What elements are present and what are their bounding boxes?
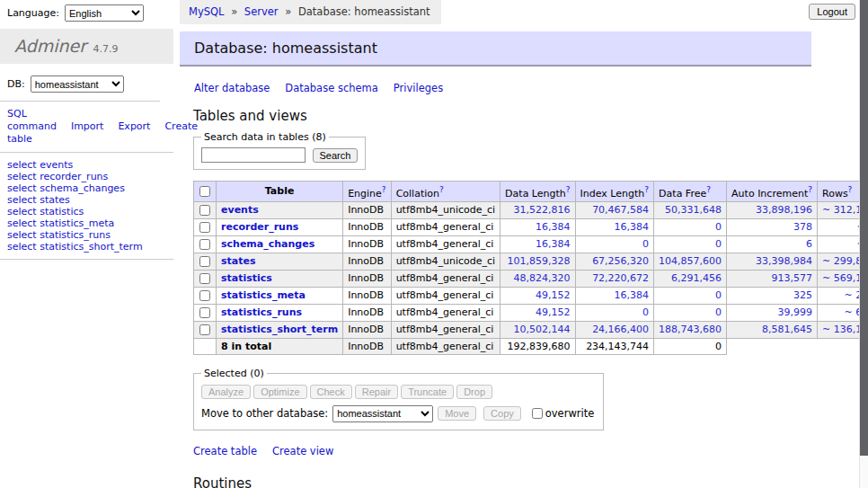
optimize-button[interactable]: Optimize — [253, 385, 306, 399]
sidebar-select-link-0[interactable]: select events — [7, 159, 166, 171]
table-name-link[interactable]: events — [221, 204, 259, 216]
analyze-button[interactable]: Analyze — [201, 385, 251, 399]
row-checkbox-cell — [194, 201, 217, 218]
column-help-link[interactable]: ? — [644, 185, 649, 194]
table-name-link[interactable]: statistics_runs — [221, 306, 302, 318]
cell-auto-increment: 33,898,196 — [727, 201, 818, 218]
check-button[interactable]: Check — [310, 385, 352, 399]
sidebar-select-link-6[interactable]: select statistics_runs — [7, 229, 166, 241]
language-row: Language: English — [7, 4, 144, 22]
row-checkbox-cell — [194, 235, 217, 253]
search-button[interactable]: Search — [313, 148, 359, 163]
search-input[interactable] — [201, 147, 306, 163]
cell-collation: utf8mb4_general_ci — [391, 218, 500, 235]
cell-engine: InnoDB — [343, 235, 391, 253]
row-checkbox[interactable] — [199, 273, 210, 284]
db-select[interactable]: homeassistant — [31, 75, 124, 93]
main-content: MySQL » Server » Database: homeassistant… — [180, 0, 818, 488]
row-checkbox[interactable] — [199, 324, 210, 335]
create-link-1[interactable]: Create view — [272, 445, 333, 457]
overview-table-body: eventsInnoDButf8mb4_unicode_ci31,522,816… — [194, 201, 868, 354]
column-help-link[interactable]: ? — [566, 185, 571, 194]
create-link-0[interactable]: Create table — [193, 445, 257, 457]
sidebar-select-link-3[interactable]: select states — [7, 194, 166, 206]
nav-link-2[interactable]: Privileges — [394, 82, 443, 94]
table-name-link[interactable]: recorder_runs — [221, 221, 298, 233]
cell-index-length: 72,220,672 — [575, 270, 654, 287]
language-select[interactable]: English — [65, 4, 144, 22]
sidebar-select-link-7[interactable]: select statistics_short_term — [7, 241, 166, 253]
search-fieldset: Search data in tables (8) Search — [193, 131, 366, 170]
cell-data-free: 0 — [654, 218, 727, 235]
cell-table-name: recorder_runs — [217, 218, 343, 235]
cell-collation: utf8mb4_general_ci — [391, 235, 500, 253]
cell-data-length: 101,859,328 — [500, 253, 575, 270]
table-name-link[interactable]: statistics — [221, 272, 272, 284]
move-row: Move to other database: homeassistant Mo… — [201, 405, 594, 422]
sidebar-select-link-1[interactable]: select recorder_runs — [7, 171, 166, 182]
cell-auto-increment: 6 — [727, 235, 818, 253]
sidebar-action-link-1[interactable]: Import — [71, 120, 104, 132]
total-data-free: 0 — [654, 338, 727, 354]
brand-version: 4.7.9 — [93, 43, 119, 55]
cell-auto-increment: 39,999 — [727, 304, 818, 321]
cell-data-free: 6,291,456 — [654, 270, 727, 287]
cell-data-length: 16,384 — [500, 235, 575, 253]
row-checkbox[interactable] — [199, 222, 210, 233]
row-checkbox-cell — [194, 270, 217, 287]
overwrite-label: overwrite — [545, 407, 595, 420]
column-help-link[interactable]: ? — [808, 185, 812, 194]
cell-data-length: 16,384 — [500, 218, 575, 235]
drop-button[interactable]: Drop — [456, 385, 492, 399]
total-index-length: 234,143,744 — [575, 338, 654, 354]
scrollbar-thumb[interactable] — [860, 0, 868, 456]
table-name-link[interactable]: schema_changes — [221, 238, 314, 250]
move-db-select[interactable]: homeassistant — [332, 405, 433, 422]
sidebar-action-links: SQL commandImportExportCreate table — [0, 101, 160, 152]
column-help-link[interactable]: ? — [848, 185, 853, 194]
row-checkbox-cell — [194, 304, 217, 321]
sidebar-divider — [0, 259, 173, 260]
sidebar-select-link-5[interactable]: select statistics_meta — [7, 217, 166, 229]
breadcrumb-link-mysql[interactable]: MySQL — [189, 5, 225, 18]
table-name-link[interactable]: statistics_meta — [221, 289, 306, 301]
sidebar-select-link-2[interactable]: select schema_changes — [7, 182, 166, 194]
breadcrumb-link-server[interactable]: Server — [244, 5, 279, 18]
total-collation: utf8mb4_general_ci — [391, 338, 500, 354]
column-help-link[interactable]: ? — [382, 185, 386, 194]
routines-heading: Routines — [193, 475, 818, 488]
sidebar-action-link-2[interactable]: Export — [118, 120, 150, 132]
move-button[interactable]: Move — [438, 406, 476, 421]
nav-link-0[interactable]: Alter database — [194, 82, 270, 94]
cell-collation: utf8mb4_general_ci — [391, 321, 500, 338]
truncate-button[interactable]: Truncate — [401, 385, 454, 399]
cell-collation: utf8mb4_unicode_ci — [391, 201, 500, 218]
copy-button[interactable]: Copy — [483, 406, 521, 421]
overwrite-checkbox[interactable] — [532, 408, 543, 419]
select-all-checkbox[interactable] — [199, 186, 210, 197]
sidebar-select-link-4[interactable]: select statistics — [7, 206, 166, 217]
row-checkbox[interactable] — [199, 205, 210, 216]
cell-auto-increment: 325 — [727, 287, 818, 304]
table-name-link[interactable]: statistics_short_term — [221, 324, 338, 335]
cell-auto-increment: 8,581,645 — [727, 321, 818, 338]
column-help-link[interactable]: ? — [439, 185, 444, 194]
create-links: Create tableCreate view — [193, 445, 818, 457]
cell-data-length: 49,152 — [500, 287, 575, 304]
tables-and-views-heading: Tables and views — [193, 108, 818, 124]
row-checkbox[interactable] — [199, 256, 210, 267]
nav-link-1[interactable]: Database schema — [285, 82, 377, 94]
repair-button[interactable]: Repair — [355, 385, 398, 399]
total-label: 8 in total — [217, 338, 343, 354]
cell-data-free: 188,743,680 — [654, 321, 727, 338]
total-checkbox-cell — [194, 338, 217, 354]
column-help-link[interactable]: ? — [706, 185, 711, 194]
row-checkbox[interactable] — [199, 307, 210, 318]
row-checkbox[interactable] — [199, 239, 210, 250]
vertical-scrollbar[interactable] — [859, 0, 868, 488]
table-name-link[interactable]: states — [221, 255, 256, 267]
db-label: DB: — [7, 78, 25, 90]
cell-auto-increment: 378 — [727, 218, 818, 235]
sidebar-action-link-0[interactable]: SQL command — [7, 108, 57, 132]
row-checkbox[interactable] — [199, 290, 210, 301]
